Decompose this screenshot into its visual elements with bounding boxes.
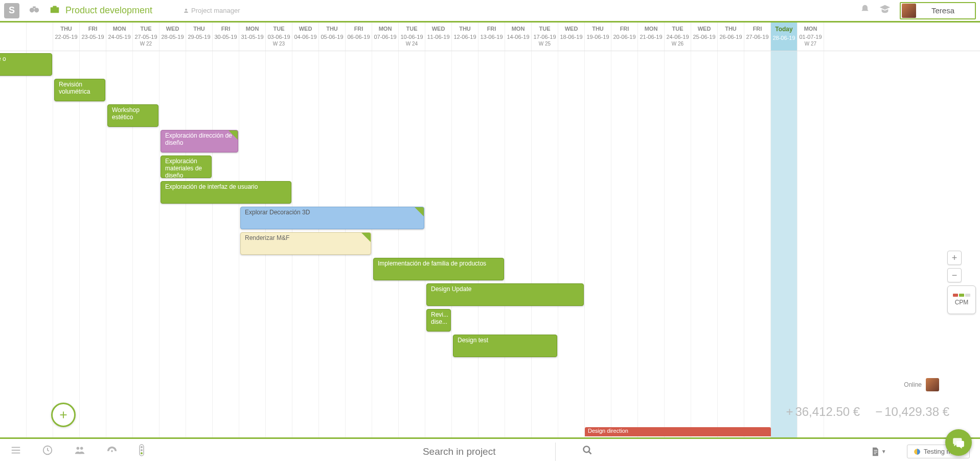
svg-rect-20 [874, 452, 877, 452]
svg-point-10 [77, 447, 80, 450]
timeline-column[interactable]: MON01-07-19W 27 [797, 23, 824, 51]
timeline-column[interactable]: FRI06-06-19 [346, 23, 372, 51]
svg-point-17 [583, 447, 589, 453]
app-logo[interactable]: S [4, 3, 19, 18]
dashboard-icon[interactable] [106, 445, 118, 459]
timeline-column[interactable]: THU05-06-19 [319, 23, 346, 51]
svg-point-14 [141, 446, 143, 448]
timeline-column[interactable] [0, 23, 27, 51]
svg-rect-21 [874, 453, 876, 454]
team-view-icon[interactable] [74, 445, 86, 459]
timeline-column[interactable]: THU19-06-19 [585, 23, 611, 51]
expense-total: 10,429.38 € [875, 405, 949, 419]
timeline-column[interactable]: WED28-05-19 [159, 23, 186, 51]
svg-line-18 [588, 452, 591, 454]
project-role: Project manager [183, 7, 240, 14]
gantt-task[interactable]: Implementación de familia de productos [373, 258, 504, 280]
gantt-chart[interactable]: shop de oRevisión volumétricaWorkshop es… [0, 51, 980, 437]
svg-point-11 [80, 447, 83, 450]
svg-rect-19 [874, 450, 877, 450]
timeline-column[interactable]: THU12-06-19 [452, 23, 478, 51]
timeline-column[interactable]: FRI27-06-19 [744, 23, 771, 51]
online-users[interactable]: Online [904, 378, 939, 391]
user-menu[interactable]: Teresa [900, 2, 976, 19]
timeline-column[interactable]: WED25-06-19 [691, 23, 718, 51]
cpm-toggle[interactable]: CPM [947, 285, 976, 314]
academy-icon[interactable] [879, 4, 891, 17]
zoom-out-button[interactable]: − [947, 268, 962, 282]
timeline-column[interactable]: WED04-06-19 [292, 23, 319, 51]
briefcase-icon[interactable] [49, 4, 60, 18]
svg-point-12 [111, 450, 113, 452]
search-icon[interactable] [582, 445, 592, 458]
gantt-task[interactable]: Explorar Decoración 3D [240, 207, 424, 229]
svg-rect-8 [12, 452, 20, 453]
gantt-task[interactable]: Renderizar M&F [240, 232, 371, 255]
timeline-column[interactable]: WED18-06-19 [558, 23, 585, 51]
binoculars-icon[interactable] [29, 4, 40, 18]
timeline-column[interactable] [27, 23, 53, 51]
user-avatar [902, 4, 916, 18]
timeline-column[interactable]: FRI23-05-19 [80, 23, 106, 51]
income-total: 36,412.50 € [786, 405, 860, 419]
app-header: S Product development Project manager Te… [0, 0, 980, 23]
project-title[interactable]: Product development [65, 5, 152, 16]
traffic-light-icon[interactable] [138, 444, 145, 459]
chat-button[interactable] [945, 429, 972, 456]
notifications-icon[interactable] [860, 4, 870, 17]
svg-point-16 [141, 452, 143, 454]
timeline-column[interactable]: WED11-06-19 [425, 23, 452, 51]
svg-rect-4 [53, 6, 56, 8]
timeline-column[interactable]: THU29-05-19 [186, 23, 213, 51]
svg-point-5 [185, 9, 187, 11]
gantt-task[interactable]: Revisión volumétrica [54, 79, 105, 101]
timeline-column[interactable]: TUE03-06-19W 23 [266, 23, 292, 51]
timeline-column[interactable]: FRI30-05-19 [213, 23, 239, 51]
search-input[interactable] [423, 443, 556, 461]
gantt-task[interactable]: shop de o [0, 53, 52, 76]
timeline-column[interactable]: Today28-06-19 [771, 23, 797, 51]
gantt-task[interactable]: Workshop estético [107, 104, 158, 127]
gantt-task[interactable]: Revi... dise... [426, 309, 451, 332]
add-task-button[interactable] [51, 403, 76, 427]
timeline-column[interactable]: MON24-05-19 [106, 23, 133, 51]
svg-rect-3 [51, 7, 59, 13]
list-view-icon[interactable] [10, 445, 21, 459]
project-totals: 36,412.50 € 10,429.38 € [786, 405, 949, 419]
svg-point-0 [30, 8, 34, 12]
user-name: Teresa [931, 6, 954, 15]
timeline-column[interactable]: FRI20-06-19 [611, 23, 638, 51]
zoom-in-button[interactable]: + [947, 251, 962, 265]
critical-bar[interactable]: Design direction [585, 427, 771, 436]
timeline-column[interactable]: MON14-06-19 [505, 23, 532, 51]
timeline-column[interactable]: TUE10-06-19W 24 [399, 23, 425, 51]
timeline-column[interactable]: TUE24-06-19W 26 [665, 23, 691, 51]
online-avatar [926, 378, 939, 391]
timeline-view-icon[interactable] [42, 445, 53, 459]
gantt-task[interactable]: Design Update [426, 283, 584, 306]
svg-point-15 [141, 449, 143, 451]
timeline-column[interactable]: TUE17-06-19W 25 [532, 23, 558, 51]
timeline-column[interactable]: THU22-05-19 [53, 23, 80, 51]
svg-rect-6 [12, 447, 20, 448]
timeline-column[interactable]: THU26-06-19 [718, 23, 744, 51]
gantt-task[interactable]: Exploración materiales de diseño [161, 156, 212, 178]
gantt-task[interactable]: Exploración dirección de diseño [161, 130, 238, 152]
timeline-column[interactable]: MON07-06-19 [372, 23, 399, 51]
timeline-column[interactable]: MON21-06-19 [638, 23, 665, 51]
timeline-header: THU22-05-19FRI23-05-19MON24-05-19TUE27-0… [0, 23, 980, 51]
timeline-column[interactable]: TUE27-05-19W 22 [133, 23, 159, 51]
document-menu[interactable]: ▼ [870, 446, 886, 457]
svg-rect-7 [12, 450, 20, 451]
timeline-column[interactable]: FRI13-06-19 [478, 23, 505, 51]
timeline-column[interactable]: MON31-05-19 [239, 23, 266, 51]
gantt-task[interactable]: Exploración de interfaz de usuario [161, 181, 291, 204]
svg-rect-2 [33, 6, 36, 8]
app-footer: ▼ Testing mode [0, 437, 980, 464]
svg-point-1 [34, 8, 39, 12]
gantt-task[interactable]: Design test [453, 335, 557, 357]
zoom-controls: + − CPM [947, 251, 976, 314]
